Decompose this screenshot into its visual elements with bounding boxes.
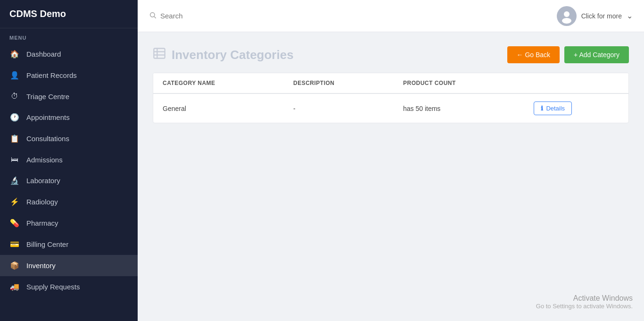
cell-actions: ℹ Details (524, 93, 628, 123)
inventory-categories-table: CATEGORY NAMEDESCRIPTIONPRODUCT COUNT Ge… (153, 73, 628, 123)
main-area: Click for more ⌄ Inventory Categories ← … (138, 0, 644, 321)
sidebar-item-label: Admissions (26, 156, 63, 164)
inventory-icon: 📦 (9, 261, 20, 270)
sidebar-item-label: Triage Centre (26, 93, 69, 101)
table-body: General-has 50 itemsℹ Details (153, 93, 628, 123)
activate-windows-watermark: Activate Windows Go to Settings to activ… (536, 294, 633, 310)
search-icon (149, 11, 157, 21)
admissions-icon: 🛏 (9, 155, 20, 164)
sidebar-item-consultations[interactable]: 📋 Consultations (0, 128, 138, 149)
col-product_count: PRODUCT COUNT (394, 73, 524, 93)
table-row: General-has 50 itemsℹ Details (153, 93, 628, 123)
col-category_name: CATEGORY NAME (153, 73, 284, 93)
chevron-down-icon[interactable]: ⌄ (627, 11, 633, 20)
consultations-icon: 📋 (9, 134, 20, 143)
sidebar-item-billing-center[interactable]: 💳 Billing Center (0, 234, 138, 255)
sidebar-item-label: Dashboard (26, 50, 61, 58)
activate-windows-subtitle: Go to Settings to activate Windows. (536, 303, 633, 310)
sidebar-item-label: Radiology (26, 198, 58, 206)
click-for-more[interactable]: Click for more (581, 12, 622, 20)
sidebar-item-label: Pharmacy (26, 219, 58, 227)
header-actions: ← Go Back + Add Category (507, 46, 629, 63)
sidebar: CDMS Demo MENU 🏠 Dashboard 👤 Patient Rec… (0, 0, 138, 321)
page-title: Inventory Categories (172, 48, 294, 62)
radiology-icon: ⚡ (9, 197, 20, 206)
page-title-group: Inventory Categories (153, 47, 294, 63)
app-title: CDMS Demo (0, 0, 138, 28)
sidebar-item-inventory[interactable]: 📦 Inventory (0, 255, 138, 276)
cell-category_name: General (153, 93, 284, 123)
sidebar-item-label: Laboratory (26, 177, 60, 185)
sidebar-item-laboratory[interactable]: 🔬 Laboratory (0, 170, 138, 191)
avatar[interactable] (557, 6, 577, 26)
inventory-icon (153, 47, 166, 63)
sidebar-item-patient-records[interactable]: 👤 Patient Records (0, 65, 138, 86)
laboratory-icon: 🔬 (9, 176, 20, 185)
table-header-row: CATEGORY NAMEDESCRIPTIONPRODUCT COUNT (153, 73, 628, 93)
svg-point-0 (150, 12, 155, 17)
table-container: CATEGORY NAMEDESCRIPTIONPRODUCT COUNT Ge… (153, 73, 629, 123)
details-button[interactable]: ℹ Details (534, 101, 572, 115)
go-back-button[interactable]: ← Go Back (507, 46, 560, 63)
search-container (149, 11, 551, 21)
page-header: Inventory Categories ← Go Back + Add Cat… (153, 46, 629, 63)
content-area: Inventory Categories ← Go Back + Add Cat… (138, 32, 644, 321)
patient-records-icon: 👤 (9, 71, 20, 80)
sidebar-nav: 🏠 Dashboard 👤 Patient Records ⏱ Triage C… (0, 43, 138, 297)
sidebar-item-dashboard[interactable]: 🏠 Dashboard (0, 43, 138, 65)
table-header: CATEGORY NAMEDESCRIPTIONPRODUCT COUNT (153, 73, 628, 93)
svg-rect-4 (154, 48, 165, 58)
topbar: Click for more ⌄ (138, 0, 644, 32)
cell-description: - (284, 93, 394, 123)
info-icon: ℹ (541, 105, 543, 112)
sidebar-item-pharmacy[interactable]: 💊 Pharmacy (0, 212, 138, 234)
triage-centre-icon: ⏱ (9, 92, 20, 101)
topbar-right: Click for more ⌄ (557, 6, 633, 26)
pharmacy-icon: 💊 (9, 219, 20, 228)
svg-point-2 (564, 11, 570, 17)
billing-center-icon: 💳 (9, 240, 20, 249)
sidebar-item-supply-requests[interactable]: 🚚 Supply Requests (0, 276, 138, 297)
supply-requests-icon: 🚚 (9, 282, 20, 291)
col-description: DESCRIPTION (284, 73, 394, 93)
activate-windows-title: Activate Windows (536, 294, 633, 303)
menu-label: MENU (0, 28, 138, 43)
sidebar-item-label: Billing Center (26, 240, 68, 248)
search-input[interactable] (160, 12, 302, 20)
sidebar-item-admissions[interactable]: 🛏 Admissions (0, 149, 138, 170)
sidebar-item-label: Supply Requests (26, 283, 80, 291)
col-actions (524, 73, 628, 93)
svg-line-1 (154, 17, 156, 18)
cell-product_count: has 50 items (394, 93, 524, 123)
sidebar-item-label: Consultations (26, 135, 69, 143)
add-category-button[interactable]: + Add Category (564, 46, 629, 63)
dashboard-icon: 🏠 (9, 50, 20, 59)
sidebar-item-label: Inventory (26, 262, 56, 270)
svg-point-3 (562, 18, 571, 24)
appointments-icon: 🕐 (9, 113, 20, 122)
sidebar-item-label: Appointments (26, 113, 70, 121)
sidebar-item-triage-centre[interactable]: ⏱ Triage Centre (0, 86, 138, 107)
sidebar-item-label: Patient Records (26, 71, 77, 79)
sidebar-item-radiology[interactable]: ⚡ Radiology (0, 191, 138, 212)
sidebar-item-appointments[interactable]: 🕐 Appointments (0, 107, 138, 128)
